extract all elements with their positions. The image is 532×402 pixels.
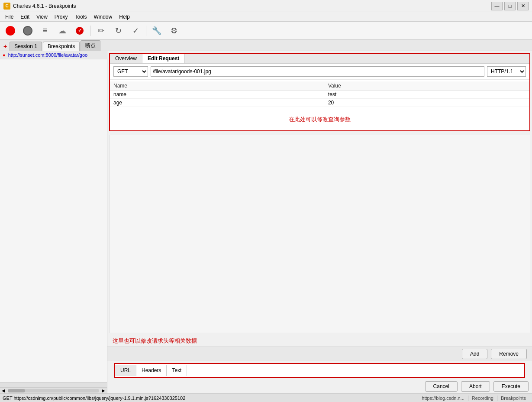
abort-button[interactable]: Abort bbox=[461, 381, 490, 392]
close-button[interactable]: ✕ bbox=[517, 2, 529, 10]
record-icon bbox=[6, 26, 15, 36]
bottom-sub-area: URL Headers Text Cancel Abort Execute bbox=[109, 361, 530, 392]
toolbar: ≡ ☁ ✏ ↻ ✓ 🔧 ⚙ bbox=[0, 22, 532, 40]
url-path-input[interactable] bbox=[151, 66, 484, 77]
sidebar-scroll[interactable]: ● http://sunset.com:8000/file/avatar/goo bbox=[0, 51, 107, 382]
h-scroll-track bbox=[8, 389, 99, 392]
bottom-annotation: 这里也可以修改请求头等相关数据 bbox=[107, 335, 532, 347]
gear-button[interactable]: ⚙ bbox=[166, 24, 182, 38]
pen-button[interactable]: ✏ bbox=[93, 24, 109, 38]
http-version-select[interactable]: HTTP/1.1 HTTP/2.0 bbox=[487, 66, 526, 77]
cancel-button[interactable]: Cancel bbox=[425, 381, 458, 392]
add-tab-button[interactable]: + bbox=[2, 42, 9, 51]
scroll-left-button[interactable]: ◀ bbox=[0, 388, 7, 393]
stop-button[interactable] bbox=[20, 24, 35, 38]
maximize-button[interactable]: □ bbox=[504, 2, 516, 10]
tab-duandian[interactable]: 断点 bbox=[81, 40, 100, 51]
param-row-age: age 20 bbox=[110, 99, 529, 107]
cloud-button[interactable]: ☁ bbox=[55, 24, 70, 38]
param-value-cell-2: 20 bbox=[325, 99, 529, 107]
sidebar: ● http://sunset.com:8000/file/avatar/goo… bbox=[0, 51, 107, 393]
tab-breakpoints[interactable]: Breakpoints bbox=[43, 42, 80, 51]
scroll-right-button[interactable]: ▶ bbox=[100, 388, 107, 393]
menu-bar: File Edit View Proxy Tools Window Help bbox=[0, 12, 532, 22]
status-csdn-url: https://blog.csdn.n... bbox=[418, 396, 468, 401]
query-params-annotation: 在此处可以修改查询参数 bbox=[110, 109, 529, 130]
menu-view[interactable]: View bbox=[33, 13, 51, 21]
window-title: Charles 4.6.1 - Breakpoints bbox=[13, 3, 76, 9]
execute-button[interactable]: Execute bbox=[493, 381, 529, 392]
params-table: Name Value name test age 20 bbox=[110, 81, 529, 107]
sidebar-vertical-scrollbar[interactable] bbox=[0, 382, 107, 387]
bottom-area: 这里也可以修改请求头等相关数据 Add Remove URL Headers T… bbox=[107, 335, 532, 393]
stop-icon bbox=[23, 26, 32, 36]
refresh-button[interactable]: ↻ bbox=[110, 24, 126, 38]
middle-empty-area bbox=[109, 135, 530, 333]
minimize-button[interactable]: — bbox=[491, 2, 503, 10]
refresh-icon: ↻ bbox=[115, 26, 122, 36]
title-bar-controls[interactable]: — □ ✕ bbox=[491, 2, 529, 10]
edit-panel-tabs: Overview Edit Request bbox=[110, 54, 529, 64]
status-url: GET https://csdnimg.cn/public/common/lib… bbox=[3, 396, 185, 401]
sidebar-url-item[interactable]: ● http://sunset.com:8000/file/avatar/goo bbox=[0, 51, 107, 59]
status-bar-right: https://blog.csdn.n... Recording Breakpo… bbox=[418, 396, 529, 401]
action-buttons-row: Cancel Abort Execute bbox=[109, 381, 530, 392]
menu-file[interactable]: File bbox=[2, 13, 17, 21]
param-row-name: name test bbox=[110, 91, 529, 99]
tab-overview[interactable]: Overview bbox=[110, 54, 142, 63]
check-icon: ✓ bbox=[132, 26, 139, 36]
sub-tab-headers[interactable]: Headers bbox=[136, 365, 167, 376]
throttle-icon: ≡ bbox=[43, 26, 48, 35]
breakpoint-active-button[interactable] bbox=[72, 24, 87, 38]
separator-2 bbox=[146, 26, 146, 36]
method-select[interactable]: GET POST PUT DELETE PATCH HEAD OPTIONS bbox=[113, 66, 148, 77]
status-breakpoints: Breakpoints bbox=[497, 396, 529, 401]
tab-bar: + Session 1 Breakpoints 断点 bbox=[0, 40, 532, 51]
param-name-cell: name bbox=[110, 91, 325, 99]
status-bar: GET https://csdnimg.cn/public/common/lib… bbox=[0, 393, 532, 402]
sidebar-url-text: http://sunset.com:8000/file/avatar/goo bbox=[8, 52, 87, 58]
cloud-icon: ☁ bbox=[58, 26, 66, 36]
gear-icon: ⚙ bbox=[171, 26, 177, 36]
h-scroll-thumb bbox=[8, 389, 25, 392]
add-button[interactable]: Add bbox=[462, 349, 487, 359]
breakpoint-active-icon bbox=[76, 27, 84, 35]
menu-help[interactable]: Help bbox=[116, 13, 133, 21]
title-bar: C Charles 4.6.1 - Breakpoints — □ ✕ bbox=[0, 0, 532, 12]
wrench-icon: 🔧 bbox=[152, 26, 161, 36]
sub-tab-text[interactable]: Text bbox=[167, 365, 187, 376]
menu-edit[interactable]: Edit bbox=[17, 13, 33, 21]
separator-1 bbox=[90, 26, 90, 36]
menu-window[interactable]: Window bbox=[90, 13, 116, 21]
sidebar-horizontal-scrollbar[interactable]: ◀ ▶ bbox=[0, 387, 107, 393]
throttle-button[interactable]: ≡ bbox=[37, 24, 53, 38]
tab-edit-request[interactable]: Edit Request bbox=[142, 54, 185, 63]
edit-request-panel: Overview Edit Request GET POST PUT DELET… bbox=[109, 53, 530, 131]
bottom-buttons-row: Add Remove bbox=[107, 347, 532, 361]
method-url-row: GET POST PUT DELETE PATCH HEAD OPTIONS H… bbox=[110, 64, 529, 80]
app-icon: C bbox=[3, 3, 10, 10]
wrench-button[interactable]: 🔧 bbox=[149, 24, 164, 38]
menu-proxy[interactable]: Proxy bbox=[51, 13, 71, 21]
check-button[interactable]: ✓ bbox=[128, 24, 143, 38]
breakpoint-dot: ● bbox=[3, 52, 6, 58]
sub-tab-url[interactable]: URL bbox=[115, 365, 136, 376]
pen-icon: ✏ bbox=[98, 26, 104, 36]
params-value-header: Value bbox=[325, 81, 529, 91]
remove-button[interactable]: Remove bbox=[491, 349, 527, 359]
record-button[interactable] bbox=[3, 24, 18, 38]
main-content: ● http://sunset.com:8000/file/avatar/goo… bbox=[0, 51, 532, 393]
title-bar-left: C Charles 4.6.1 - Breakpoints bbox=[3, 3, 76, 10]
status-recording: Recording bbox=[468, 396, 497, 401]
right-panel: Overview Edit Request GET POST PUT DELET… bbox=[107, 51, 532, 393]
param-value-cell: test bbox=[325, 91, 529, 99]
tab-session1[interactable]: Session 1 bbox=[10, 42, 42, 51]
param-name-cell-2: age bbox=[110, 99, 325, 107]
menu-tools[interactable]: Tools bbox=[71, 13, 90, 21]
params-name-header: Name bbox=[110, 81, 325, 91]
params-table-container: Name Value name test age 20 bbox=[110, 80, 529, 109]
bottom-sub-panel: URL Headers Text bbox=[114, 363, 525, 378]
